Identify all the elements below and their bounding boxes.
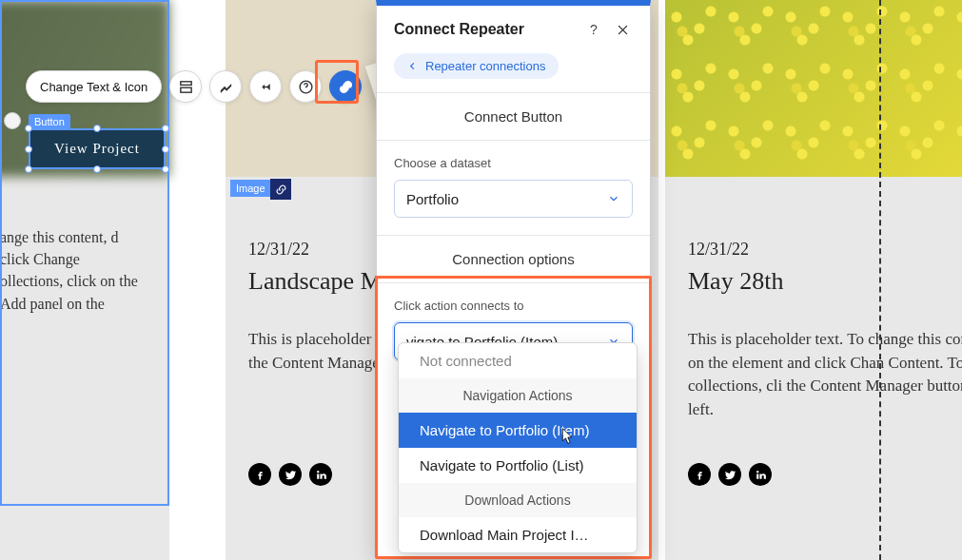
section-connection-options: Connection options <box>377 236 650 282</box>
layout-button[interactable] <box>169 70 202 103</box>
dropdown-option-not-connected[interactable]: Not connected <box>399 343 637 378</box>
panel-help-button[interactable]: ? <box>583 19 604 40</box>
resize-handle[interactable] <box>25 125 32 132</box>
section-connect-button: Connect Button <box>377 93 650 140</box>
twitter-icon[interactable] <box>279 463 302 486</box>
facebook-icon[interactable] <box>688 463 711 486</box>
linkedin-icon[interactable] <box>309 463 332 486</box>
resize-handle[interactable] <box>25 165 32 173</box>
selected-button-wrap: View Project <box>29 128 166 169</box>
svg-rect-0 <box>181 81 191 85</box>
image-connected-icon <box>270 179 291 200</box>
resize-handle[interactable] <box>162 125 169 132</box>
social-row <box>248 463 332 486</box>
resize-handle[interactable] <box>162 145 169 153</box>
history-icon[interactable] <box>4 112 21 129</box>
facebook-icon[interactable] <box>248 463 271 486</box>
element-type-badge: Button <box>29 114 70 129</box>
dropdown-option-navigate-item[interactable]: Navigate to Portfolio (Item) <box>399 413 637 448</box>
animation-button[interactable] <box>249 70 282 103</box>
chevron-down-icon <box>607 192 620 205</box>
resize-handle[interactable] <box>93 165 101 173</box>
resize-handle[interactable] <box>25 145 32 153</box>
back-label: Repeater connections <box>425 59 545 73</box>
repeater-connections-back[interactable]: Repeater connections <box>394 53 559 79</box>
view-project-button[interactable]: View Project <box>29 128 166 169</box>
element-toolbar: Change Text & Icon <box>26 70 362 103</box>
card-image[interactable] <box>665 0 962 177</box>
click-action-dropdown: Not connected Navigation Actions Navigat… <box>398 342 638 553</box>
linkedin-icon[interactable] <box>749 463 772 486</box>
change-text-button[interactable]: Change Text & Icon <box>26 70 162 103</box>
dataset-label: Choose a dataset <box>377 141 650 180</box>
twitter-icon[interactable] <box>718 463 741 486</box>
dropdown-group-navigation: Navigation Actions <box>399 378 637 413</box>
panel-title: Connect Repeater <box>394 21 576 38</box>
dataset-value: Portfolio <box>406 191 459 207</box>
dataset-select[interactable]: Portfolio <box>394 180 633 218</box>
repeater-item-3: View 12/31/22 May 28th This is placehold… <box>665 0 962 560</box>
social-row <box>688 463 772 486</box>
vertical-guide <box>879 0 881 560</box>
image-type-badge: Image <box>230 180 271 197</box>
dropdown-option-navigate-list[interactable]: Navigate to Portfolio (List) <box>399 448 637 483</box>
resize-handle[interactable] <box>162 165 169 173</box>
card-description[interactable]: This is placeholder text. To change this… <box>688 328 962 422</box>
tutorial-highlight-box <box>315 60 359 104</box>
dropdown-option-download-main[interactable]: Download Main Project I… <box>399 517 637 552</box>
card-title[interactable]: May 28th <box>688 267 962 296</box>
card-description[interactable]: ange this content, d click Change ollect… <box>0 226 147 315</box>
svg-rect-1 <box>181 87 191 92</box>
dropdown-group-download: Download Actions <box>399 483 637 517</box>
card-date[interactable]: 12/31/22 <box>688 240 962 260</box>
click-action-label: Click action connects to <box>377 283 650 322</box>
panel-close-button[interactable] <box>612 19 633 40</box>
design-button[interactable] <box>209 70 242 103</box>
resize-handle[interactable] <box>93 125 101 132</box>
